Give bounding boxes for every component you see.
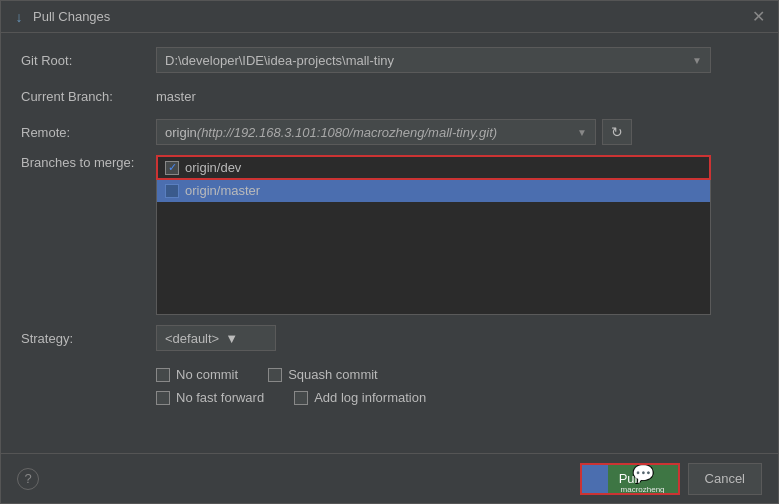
cancel-button[interactable]: Cancel (688, 463, 762, 495)
branch-name-origin-dev: origin/dev (185, 160, 241, 175)
remote-prefix: origin (165, 125, 197, 140)
branch-item-origin-dev[interactable]: origin/dev (157, 156, 710, 179)
git-root-arrow-icon: ▼ (692, 55, 702, 66)
git-root-select[interactable]: D:\developer\IDE\idea-projects\mall-tiny… (156, 47, 711, 73)
strategy-row: Strategy: <default> ▼ (21, 325, 758, 351)
current-branch-value: master (156, 89, 196, 104)
refresh-icon: ↻ (611, 124, 623, 140)
remote-select-text: origin(http://192.168.3.101:1080/macrozh… (165, 125, 497, 140)
pull-changes-dialog: ↓ Pull Changes ✕ Git Root: D:\developer\… (0, 0, 779, 504)
refresh-button[interactable]: ↻ (602, 119, 632, 145)
add-log-label: Add log information (314, 390, 426, 405)
no-fast-forward-checkbox[interactable] (156, 391, 170, 405)
strategy-label: Strategy: (21, 331, 156, 346)
add-log-checkbox[interactable] (294, 391, 308, 405)
options-row-2: No fast forward Add log information (156, 390, 758, 405)
no-commit-option[interactable]: No commit (156, 367, 238, 382)
squash-commit-label: Squash commit (288, 367, 378, 382)
remote-arrow-icon: ▼ (577, 127, 587, 138)
no-fast-forward-label: No fast forward (176, 390, 264, 405)
options-row-1: No commit Squash commit (156, 367, 758, 382)
pull-button[interactable]: Pull 💬 macrozheng (580, 463, 680, 495)
no-fast-forward-option[interactable]: No fast forward (156, 390, 264, 405)
strategy-value: <default> (165, 331, 219, 346)
squash-commit-option[interactable]: Squash commit (268, 367, 378, 382)
remote-row: Remote: origin(http://192.168.3.101:1080… (21, 119, 758, 145)
remote-controls: origin(http://192.168.3.101:1080/macrozh… (156, 119, 632, 145)
strategy-select[interactable]: <default> ▼ (156, 325, 276, 351)
no-commit-label: No commit (176, 367, 238, 382)
cancel-button-label: Cancel (705, 471, 745, 486)
remote-url: (http://192.168.3.101:1080/macrozheng/ma… (197, 125, 497, 140)
git-root-label: Git Root: (21, 53, 156, 68)
git-root-value: D:\developer\IDE\idea-projects\mall-tiny (165, 53, 394, 68)
add-log-option[interactable]: Add log information (294, 390, 426, 405)
wechat-label: macrozheng (621, 485, 665, 494)
current-branch-row: Current Branch: master (21, 83, 758, 109)
branch-checkbox-origin-dev[interactable] (165, 161, 179, 175)
branch-item-origin-master[interactable]: origin/master (157, 179, 710, 202)
branch-name-origin-master: origin/master (185, 183, 260, 198)
remote-select[interactable]: origin(http://192.168.3.101:1080/macrozh… (156, 119, 596, 145)
dialog-icon: ↓ (11, 9, 27, 25)
footer-buttons: Pull 💬 macrozheng Cancel (580, 463, 762, 495)
branch-checkbox-origin-master[interactable] (165, 184, 179, 198)
branches-row: Branches to merge: origin/dev origin/mas… (21, 155, 758, 315)
remote-label: Remote: (21, 125, 156, 140)
help-button[interactable]: ? (17, 468, 39, 490)
dialog-content: Git Root: D:\developer\IDE\idea-projects… (1, 33, 778, 453)
current-branch-label: Current Branch: (21, 89, 156, 104)
title-bar: ↓ Pull Changes ✕ (1, 1, 778, 33)
help-icon: ? (24, 471, 31, 486)
dialog-title: Pull Changes (33, 9, 110, 24)
pull-button-label: Pull (619, 471, 641, 486)
no-commit-checkbox[interactable] (156, 368, 170, 382)
git-root-row: Git Root: D:\developer\IDE\idea-projects… (21, 47, 758, 73)
strategy-arrow-icon: ▼ (225, 331, 238, 346)
footer: ? Pull 💬 macrozheng Cancel (1, 453, 778, 503)
close-button[interactable]: ✕ (748, 7, 768, 27)
squash-commit-checkbox[interactable] (268, 368, 282, 382)
options-area: No commit Squash commit No fast forward … (156, 367, 758, 405)
branch-list[interactable]: origin/dev origin/master (156, 155, 711, 315)
branches-label: Branches to merge: (21, 155, 156, 170)
